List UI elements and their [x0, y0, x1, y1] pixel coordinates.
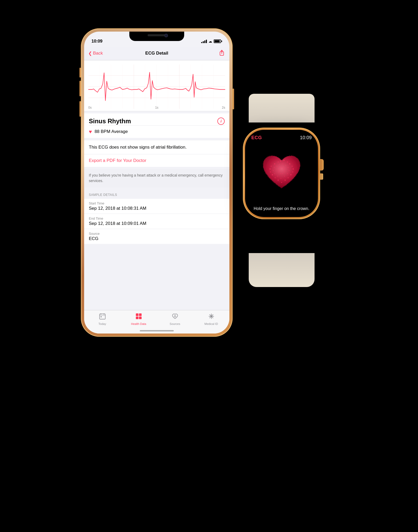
svg-rect-16 [100, 314, 105, 319]
source-row: Source ECG [84, 229, 229, 244]
ecg-time-labels: 0s 1s 2s [88, 106, 225, 109]
svg-point-25 [174, 315, 176, 317]
volume-up-button[interactable] [79, 81, 81, 96]
wifi-icon: ☁ [208, 39, 212, 43]
diagnosis-title: Sinus Rhythm [89, 118, 225, 125]
svg-point-66 [284, 172, 285, 172]
svg-rect-21 [136, 313, 138, 316]
sources-icon [172, 313, 178, 321]
speaker [148, 34, 166, 36]
svg-point-57 [281, 178, 281, 179]
warning-text: If you believe you're having a heart att… [89, 173, 225, 184]
silent-button[interactable] [79, 68, 81, 78]
signal-bar-4 [206, 40, 207, 43]
share-button[interactable] [219, 50, 225, 57]
watch-side-button[interactable] [320, 173, 323, 180]
start-time-label: Start Time [89, 201, 225, 205]
svg-point-54 [289, 170, 289, 171]
battery-icon [214, 39, 222, 43]
heart-icon: ♥ [89, 129, 92, 135]
watch-crown[interactable] [320, 159, 324, 171]
scene: 10:09 ☁ [81, 18, 337, 514]
svg-point-37 [293, 168, 294, 169]
bpm-row: ♥ 88 BPM Average [89, 125, 225, 138]
power-button[interactable] [233, 89, 234, 109]
start-time-row: Start Time Sep 12, 2018 at 10:08:31 AM [84, 199, 229, 214]
notch [129, 32, 184, 41]
svg-point-48 [271, 166, 272, 167]
svg-point-51 [282, 163, 283, 164]
tab-sources[interactable]: Sources [166, 313, 184, 325]
svg-point-58 [277, 176, 278, 177]
svg-point-55 [287, 173, 288, 174]
svg-point-42 [281, 182, 282, 183]
camera [164, 34, 168, 37]
svg-point-61 [274, 167, 275, 168]
svg-point-33 [283, 160, 284, 161]
iphone-screen: 10:09 ☁ [84, 32, 229, 334]
svg-rect-20 [101, 316, 102, 317]
svg-point-30 [274, 163, 275, 164]
svg-point-53 [288, 167, 288, 168]
info-button[interactable]: i [217, 118, 225, 125]
svg-point-46 [270, 172, 271, 173]
svg-point-69 [278, 172, 279, 172]
start-time-value: Sep 12, 2018 at 10:08:31 AM [89, 206, 225, 211]
nav-title: ECG Detail [145, 51, 168, 56]
end-time-value: Sep 12, 2018 at 10:09:01 AM [89, 221, 225, 226]
signal-bars-icon [201, 39, 207, 43]
tab-today[interactable]: Today [93, 313, 112, 325]
svg-point-45 [272, 174, 273, 175]
watch-prompt: Hold your finger on the crown. [248, 206, 315, 217]
svg-point-50 [279, 164, 280, 165]
svg-point-68 [280, 173, 281, 174]
back-button[interactable]: ❮ Back [88, 51, 103, 56]
description-text: This ECG does not show signs of atrial f… [84, 140, 229, 154]
end-time-row: End Time Sep 12, 2018 at 10:09:01 AM [84, 214, 229, 229]
health-data-icon [135, 313, 142, 321]
health-data-label: Health Data [131, 322, 146, 325]
svg-rect-24 [139, 317, 142, 319]
today-label: Today [98, 322, 106, 325]
ecg-chart: 0s 1s 2s [84, 60, 229, 111]
ecg-label-0s: 0s [88, 106, 92, 109]
export-link[interactable]: Export a PDF for Your Doctor [84, 154, 229, 167]
watch-top-bar: ECG 10:09 [245, 130, 318, 141]
svg-rect-22 [139, 313, 142, 316]
status-icons: ☁ [201, 39, 222, 43]
svg-point-34 [287, 161, 288, 162]
watch-ecg-label: ECG [251, 135, 262, 141]
watch-band-bottom [249, 253, 315, 287]
medical-id-label: Medical ID [205, 322, 218, 325]
svg-point-44 [275, 177, 276, 178]
warning-box: If you believe you're having a heart att… [84, 169, 229, 187]
svg-point-43 [277, 179, 278, 180]
sources-label: Sources [170, 322, 180, 325]
svg-rect-23 [136, 317, 138, 319]
volume-down-button[interactable] [79, 101, 81, 117]
source-value: ECG [89, 236, 225, 241]
tab-health-data[interactable]: Health Data [130, 313, 148, 325]
svg-point-35 [289, 163, 290, 164]
svg-point-47 [269, 168, 270, 169]
bpm-text: 88 BPM Average [95, 129, 128, 134]
watch-heart-image [256, 141, 308, 206]
signal-bar-1 [201, 42, 202, 43]
svg-point-32 [280, 161, 281, 162]
svg-point-31 [277, 161, 278, 162]
svg-point-60 [273, 170, 274, 171]
ecg-label-2s: 2s [222, 106, 225, 109]
svg-point-39 [290, 174, 291, 175]
iphone-device: 10:09 ☁ [81, 28, 233, 337]
svg-point-67 [282, 173, 283, 174]
diagnosis-section: Sinus Rhythm i ♥ 88 BPM Average [84, 113, 229, 138]
today-icon [99, 313, 106, 321]
svg-point-36 [292, 166, 293, 167]
medical-id-icon [208, 313, 215, 321]
sample-details-header: SAMPLE DETAILS [84, 189, 229, 199]
tab-medical-id[interactable]: Medical ID [202, 313, 220, 325]
svg-point-38 [292, 172, 293, 173]
ecg-label-1s: 1s [155, 106, 159, 109]
heart-svg [258, 152, 305, 194]
signal-bar-3 [204, 40, 205, 43]
